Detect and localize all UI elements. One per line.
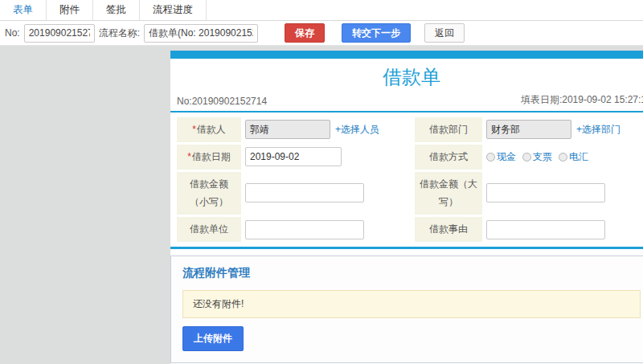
amount-lower-label: 借款金额（小写） — [177, 172, 241, 215]
loan-date-input[interactable] — [245, 147, 342, 166]
tab-bar: 表单 附件 签批 流程进度 — [0, 0, 643, 21]
loan-reason-field — [485, 217, 643, 242]
flow-name-label: 流程名称: — [99, 27, 140, 40]
radio-wire[interactable]: 电汇 — [559, 150, 588, 164]
loan-method-field: 现金 支票 电汇 — [485, 145, 643, 170]
loan-form-panel: 借款单 No:20190902152714 填表日期:2019-09-02 15… — [170, 51, 643, 364]
radio-cheque[interactable]: 支票 — [522, 150, 552, 164]
payment-method-radios: 现金 支票 电汇 — [486, 150, 588, 164]
required-mark: * — [187, 151, 191, 162]
attachment-heading: 流程附件管理 — [182, 266, 641, 280]
no-input[interactable] — [24, 24, 95, 43]
loan-method-label: 借款方式 — [415, 145, 482, 170]
form-meta-row: No:20190902152714 填表日期:2019-09-02 15:27:… — [170, 92, 643, 112]
amount-lower-input[interactable] — [245, 183, 364, 202]
select-department-link[interactable]: +选择部门 — [576, 123, 620, 137]
amount-upper-field — [485, 172, 643, 215]
loan-unit-label: 借款单位 — [177, 217, 241, 242]
form-no-text: No:20190902152714 — [177, 96, 267, 107]
forward-next-step-button[interactable]: 转交下一步 — [342, 23, 411, 43]
loan-unit-field — [244, 217, 412, 242]
form-row-borrower: *借款人 +选择人员 借款部门 +选择部门 — [177, 117, 643, 142]
radio-circle-icon[interactable] — [522, 153, 531, 162]
loan-form-table: *借款人 +选择人员 借款部门 +选择部门 *借款日期 — [170, 112, 643, 249]
radio-circle-icon[interactable] — [559, 153, 567, 162]
radio-cash[interactable]: 现金 — [486, 150, 516, 164]
form-title: 借款单 — [170, 59, 643, 92]
form-date-text: 填表日期:2019-09-02 15:27:1 — [521, 93, 643, 107]
no-attachment-alert: 还没有附件! — [182, 290, 641, 318]
back-button[interactable]: 返回 — [424, 23, 465, 43]
required-mark: * — [192, 124, 196, 135]
loan-unit-input[interactable] — [245, 220, 364, 239]
content-area: 借款单 No:20190902152714 填表日期:2019-09-02 15… — [0, 46, 643, 364]
select-person-link[interactable]: +选择人员 — [335, 123, 379, 137]
department-field: +选择部门 — [485, 117, 643, 142]
loan-reason-label: 借款事由 — [415, 217, 482, 242]
loan-date-label: *借款日期 — [177, 145, 241, 170]
department-label: 借款部门 — [415, 117, 482, 142]
amount-upper-label: 借款金额（大写） — [415, 172, 482, 215]
amount-upper-input[interactable] — [486, 183, 605, 202]
form-row-unit-reason: 借款单位 借款事由 — [177, 217, 643, 242]
attachment-section: 流程附件管理 还没有附件! 上传附件 — [170, 256, 643, 363]
panel-top-bar — [170, 51, 643, 59]
tab-progress[interactable]: 流程进度 — [140, 0, 207, 20]
save-button[interactable]: 保存 — [285, 23, 325, 43]
loan-date-field — [244, 145, 412, 170]
borrower-field: +选择人员 — [244, 117, 412, 142]
form-row-amount: 借款金额（小写） 借款金额（大写） — [177, 172, 643, 215]
no-label: No: — [5, 27, 20, 39]
borrower-input[interactable] — [245, 120, 330, 139]
amount-lower-field — [244, 172, 412, 215]
form-row-date-method: *借款日期 借款方式 现金 支票 — [177, 145, 643, 170]
upload-attachment-button[interactable]: 上传附件 — [182, 326, 244, 351]
tab-form[interactable]: 表单 — [0, 0, 47, 20]
radio-circle-icon[interactable] — [486, 153, 495, 162]
tab-attachments[interactable]: 附件 — [47, 0, 93, 20]
tab-approval[interactable]: 签批 — [93, 0, 140, 20]
toolbar: No: 流程名称: 保存 转交下一步 返回 — [0, 21, 643, 46]
flow-name-input[interactable] — [144, 24, 258, 43]
borrower-label: *借款人 — [177, 117, 241, 142]
department-input[interactable] — [486, 120, 571, 139]
loan-reason-input[interactable] — [486, 220, 605, 239]
